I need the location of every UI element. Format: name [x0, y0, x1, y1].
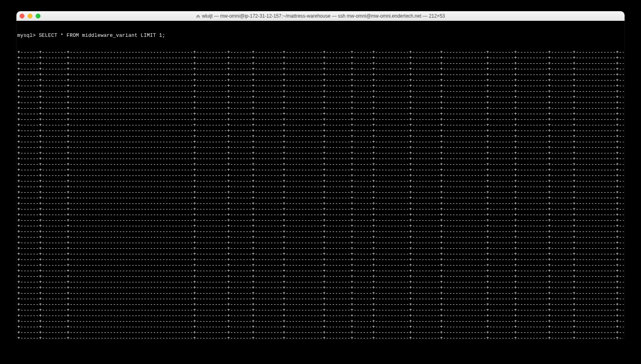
table-separator-line: +------+--------+-----------------------… — [17, 134, 624, 139]
table-separator-line: +------+--------+-----------------------… — [17, 145, 624, 151]
query-output: +------+--------+-----------------------… — [17, 50, 624, 339]
table-separator-line: +------+--------+-----------------------… — [17, 229, 624, 235]
table-separator-line: +------+--------+-----------------------… — [17, 201, 624, 207]
table-separator-line: +------+--------+-----------------------… — [17, 156, 624, 162]
traffic-lights — [20, 14, 40, 18]
table-separator-line: +------+--------+-----------------------… — [17, 251, 624, 257]
table-separator-line: +------+--------+-----------------------… — [17, 123, 624, 128]
table-separator-line: +------+--------+-----------------------… — [17, 179, 624, 184]
title-bar[interactable]: wluijt — mw-omni@ip-172-31-12-157:~/matt… — [16, 11, 625, 21]
table-separator-line: +------+--------+-----------------------… — [17, 117, 624, 123]
table-separator-line: +------+--------+-----------------------… — [17, 195, 624, 201]
table-separator-line: +------+--------+-----------------------… — [17, 89, 624, 95]
table-separator-line: +------+--------+-----------------------… — [17, 246, 624, 251]
table-separator-line: +------+--------+-----------------------… — [17, 212, 624, 218]
minimize-button[interactable] — [28, 14, 32, 18]
mysql-prompt: mysql> — [17, 33, 39, 38]
table-separator-line: +------+--------+-----------------------… — [17, 184, 624, 190]
table-separator-line: +------+--------+-----------------------… — [17, 280, 624, 285]
table-separator-line: +------+--------+-----------------------… — [17, 302, 624, 308]
table-separator-line: +------+--------+-----------------------… — [17, 313, 624, 319]
window-title: wluijt — mw-omni@ip-172-31-12-157:~/matt… — [16, 13, 625, 19]
table-separator-line: +------+--------+-----------------------… — [17, 128, 624, 134]
table-separator-line: +------+--------+-----------------------… — [17, 308, 624, 313]
table-separator-line: +------+--------+-----------------------… — [17, 78, 624, 83]
table-separator-line: +------+--------+-----------------------… — [17, 106, 624, 111]
table-separator-line: +------+--------+-----------------------… — [17, 162, 624, 167]
window-title-text: wluijt — mw-omni@ip-172-31-12-157:~/matt… — [202, 13, 445, 19]
table-separator-line: +------+--------+-----------------------… — [17, 235, 624, 240]
terminal-body[interactable]: mysql> SELECT * FROM middleware_variant … — [16, 21, 625, 339]
table-separator-line: +------+--------+-----------------------… — [17, 223, 624, 229]
sql-command: SELECT * FROM middleware_variant LIMIT 1… — [39, 33, 165, 38]
table-separator-line: +------+--------+-----------------------… — [17, 330, 624, 336]
table-separator-line: +------+--------+-----------------------… — [17, 296, 624, 302]
table-separator-line: +------+--------+-----------------------… — [17, 111, 624, 117]
table-separator-line: +------+--------+-----------------------… — [17, 95, 624, 100]
table-separator-line: +------+--------+-----------------------… — [17, 167, 624, 173]
table-separator-line: +------+--------+-----------------------… — [17, 83, 624, 89]
table-separator-line: +------+--------+-----------------------… — [17, 285, 624, 291]
table-separator-line: +------+--------+-----------------------… — [17, 274, 624, 280]
table-separator-line: +------+--------+-----------------------… — [17, 55, 624, 61]
prompt-line: mysql> SELECT * FROM middleware_variant … — [17, 33, 624, 38]
table-separator-line: +------+--------+-----------------------… — [17, 50, 624, 55]
table-separator-line: +------+--------+-----------------------… — [17, 336, 624, 339]
home-icon — [196, 14, 200, 18]
table-separator-line: +------+--------+-----------------------… — [17, 218, 624, 223]
table-separator-line: +------+--------+-----------------------… — [17, 151, 624, 156]
maximize-button[interactable] — [36, 14, 40, 18]
table-separator-line: +------+--------+-----------------------… — [17, 173, 624, 179]
table-separator-line: +------+--------+-----------------------… — [17, 61, 624, 66]
table-separator-line: +------+--------+-----------------------… — [17, 263, 624, 268]
table-separator-line: +------+--------+-----------------------… — [17, 257, 624, 263]
table-separator-line: +------+--------+-----------------------… — [17, 240, 624, 246]
table-separator-line: +------+--------+-----------------------… — [17, 72, 624, 78]
table-separator-line: +------+--------+-----------------------… — [17, 319, 624, 324]
table-separator-line: +------+--------+-----------------------… — [17, 291, 624, 296]
close-button[interactable] — [20, 14, 24, 18]
table-separator-line: +------+--------+-----------------------… — [17, 324, 624, 330]
table-separator-line: +------+--------+-----------------------… — [17, 66, 624, 72]
table-separator-line: +------+--------+-----------------------… — [17, 207, 624, 212]
table-separator-line: +------+--------+-----------------------… — [17, 190, 624, 195]
table-separator-line: +------+--------+-----------------------… — [17, 268, 624, 274]
table-separator-line: +------+--------+-----------------------… — [17, 100, 624, 106]
terminal-window: wluijt — mw-omni@ip-172-31-12-157:~/matt… — [16, 11, 625, 339]
table-separator-line: +------+--------+-----------------------… — [17, 139, 624, 145]
